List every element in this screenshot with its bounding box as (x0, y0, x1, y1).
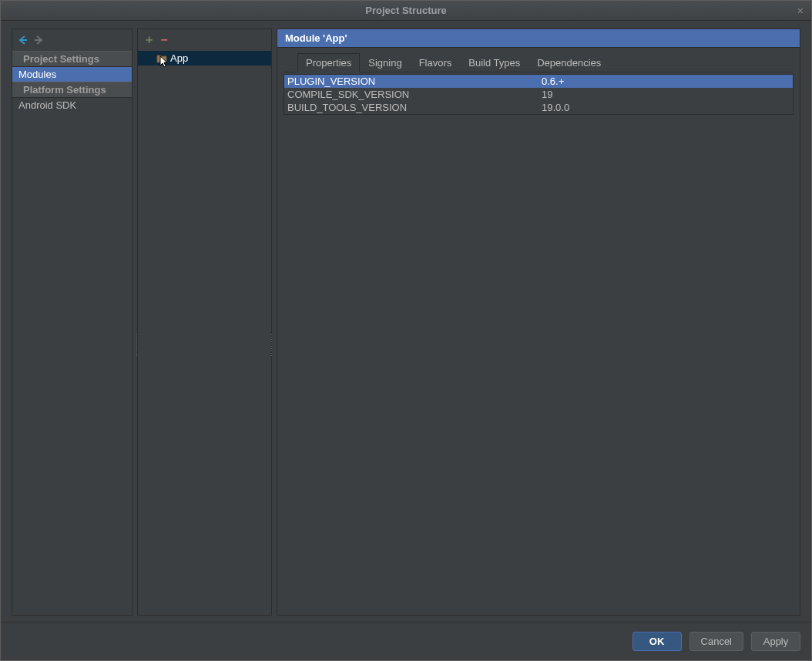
close-icon[interactable]: × (797, 5, 804, 17)
sidebar-item-label: Modules (18, 69, 56, 80)
resize-handle-icon[interactable] (136, 334, 139, 357)
window-title: Project Structure (365, 5, 446, 16)
module-list: App (138, 51, 271, 615)
property-value: 19 (542, 89, 790, 100)
property-key: BUILD_TOOLS_VERSION (287, 102, 542, 113)
property-key: COMPILE_SDK_VERSION (287, 89, 542, 100)
module-item-label: App (170, 52, 188, 64)
ok-button[interactable]: OK (632, 632, 682, 651)
details-body: Properties Signing Flavors Build Types D… (277, 48, 800, 615)
tab-dependencies[interactable]: Dependencies (528, 53, 609, 72)
properties-table: PLUGIN_VERSION 0.6.+ COMPILE_SDK_VERSION… (284, 74, 794, 115)
tab-label: Flavors (419, 57, 452, 69)
main-area: Project Settings Modules Platform Settin… (1, 21, 811, 616)
button-label: OK (649, 636, 665, 647)
tab-strip: Properties Signing Flavors Build Types D… (284, 52, 794, 72)
remove-module-icon[interactable]: − (160, 33, 167, 47)
sidebar-item-modules[interactable]: Modules (12, 67, 132, 82)
section-platform-settings: Platform Settings (12, 82, 132, 98)
folder-icon (156, 54, 167, 63)
tab-signing[interactable]: Signing (360, 53, 410, 72)
dialog-footer: OK Cancel Apply (1, 622, 811, 660)
project-structure-dialog: Project Structure × Project Settings Mo (0, 0, 812, 661)
tab-label: Build Types (468, 57, 520, 69)
back-arrow-icon[interactable] (18, 35, 29, 45)
property-row[interactable]: PLUGIN_VERSION 0.6.+ (284, 75, 793, 88)
details-column: Module 'App' Properties Signing Flavors … (277, 29, 800, 616)
tab-label: Properties (306, 57, 351, 69)
module-item-app[interactable]: App (138, 51, 271, 65)
sidebar-item-android-sdk[interactable]: Android SDK (12, 98, 132, 112)
add-module-icon[interactable]: + (146, 33, 153, 47)
property-value: 19.0.0 (542, 102, 790, 113)
tab-flavors[interactable]: Flavors (411, 53, 461, 72)
button-label: Cancel (701, 636, 732, 647)
details-header: Module 'App' (277, 29, 800, 48)
dialog-content: Project Settings Modules Platform Settin… (1, 21, 811, 660)
section-project-settings: Project Settings (12, 51, 132, 67)
button-label: Apply (763, 636, 789, 647)
property-row[interactable]: BUILD_TOOLS_VERSION 19.0.0 (284, 101, 793, 114)
modules-column: + − App (137, 29, 272, 616)
tab-build-types[interactable]: Build Types (460, 53, 528, 72)
property-value: 0.6.+ (542, 75, 790, 87)
titlebar: Project Structure × (1, 1, 811, 21)
cancel-button[interactable]: Cancel (690, 632, 743, 651)
resize-handle-icon[interactable] (270, 334, 273, 357)
forward-arrow-icon[interactable] (33, 35, 44, 45)
property-key: PLUGIN_VERSION (287, 75, 542, 87)
nav-arrows (12, 29, 132, 51)
property-row[interactable]: COMPILE_SDK_VERSION 19 (284, 88, 793, 101)
settings-column: Project Settings Modules Platform Settin… (12, 29, 133, 616)
tab-properties[interactable]: Properties (297, 53, 360, 72)
apply-button[interactable]: Apply (751, 632, 800, 651)
tab-label: Dependencies (537, 57, 601, 69)
module-toolbar: + − (138, 29, 271, 51)
tab-label: Signing (368, 57, 401, 69)
sidebar-item-label: Android SDK (18, 99, 76, 111)
settings-list: Project Settings Modules Platform Settin… (12, 51, 132, 615)
